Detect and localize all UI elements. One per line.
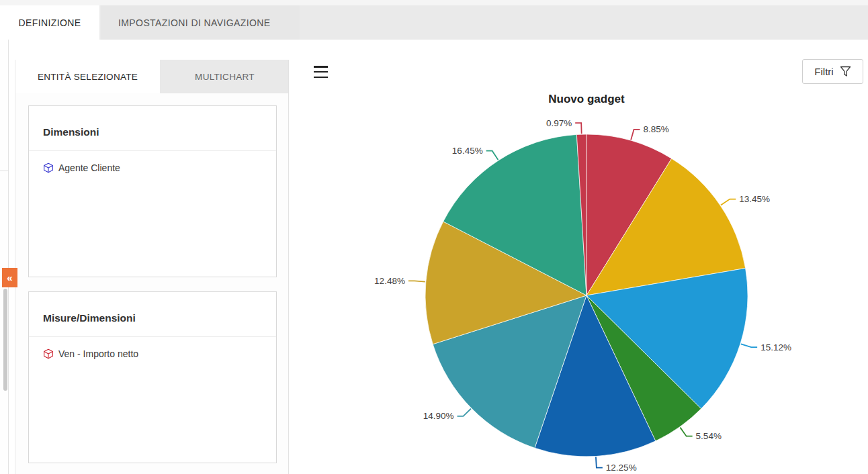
tab-multichart-label: MULTICHART [195,72,255,82]
pie-label-2: 15.12% [761,342,791,352]
tab-entita-label: ENTITÀ SELEZIONATE [38,72,138,82]
list-item-label: Agente Cliente [58,162,120,173]
tab-entita-selezionate[interactable]: ENTITÀ SELEZIONATE [15,60,160,93]
measures-box-title: Misure/Dimensioni [29,292,276,337]
pie-chart: Nuovo gadget 8.85%13.45%15.12%5.54%12.25… [297,58,868,474]
vertical-scrollbar-thumb[interactable] [3,289,7,391]
dimensions-box-title: Dimensioni [29,106,276,151]
pie-label-leader-7 [486,151,498,160]
pie-label-6: 12.48% [374,276,405,286]
tab-definizione[interactable]: DEFINIZIONE [0,5,99,40]
pie-label-leader-0 [631,130,640,140]
list-item-label: Ven - Importo netto [58,348,138,359]
pie-label-leader-3 [680,428,692,436]
cube-icon [43,348,54,359]
pie-label-3: 5.54% [696,431,722,441]
strip-divider [0,171,9,171]
chevron-double-left-icon: « [7,272,12,283]
pie-chart-canvas: 8.85%13.45%15.12%5.54%12.25%14.90%12.48%… [297,58,868,474]
tab-multichart[interactable]: MULTICHART [160,60,290,93]
sidebar: ENTITÀ SELEZIONATE MULTICHART Dimensioni… [15,60,289,474]
pie-label-leader-4 [596,457,603,468]
page: DEFINIZIONE IMPOSTAZIONI DI NAVIGAZIONE … [0,0,868,474]
top-strip [0,0,868,5]
pie-label-leader-5 [458,409,471,416]
pie-label-leader-1 [721,199,736,205]
pie-label-leader-6 [408,281,425,281]
cube-icon [43,162,54,173]
pie-label-leader-2 [741,344,757,347]
sidebar-tabbar: ENTITÀ SELEZIONATE MULTICHART [15,60,288,93]
pie-label-5: 14.90% [423,411,454,421]
measures-box: Misure/Dimensioni Ven - Importo netto [28,291,277,463]
dimensions-box: Dimensioni Agente Cliente [28,105,277,277]
pie-label-leader-8 [575,123,581,134]
top-tabbar: DEFINIZIONE IMPOSTAZIONI DI NAVIGAZIONE [0,5,868,40]
pie-label-7: 16.45% [452,146,483,156]
pie-label-4: 12.25% [606,463,637,473]
main-content: Filtri Nuovo gadget 8.85%13.45%15.12%5.5… [290,40,868,474]
pie-label-1: 13.45% [739,194,770,204]
collapsed-panel-strip [0,40,9,474]
tab-impostazioni-label: IMPOSTAZIONI DI NAVIGAZIONE [118,17,271,28]
tab-impostazioni-navigazione[interactable]: IMPOSTAZIONI DI NAVIGAZIONE [101,5,300,40]
list-item-agente-cliente[interactable]: Agente Cliente [29,151,276,173]
list-item-ven-importo-netto[interactable]: Ven - Importo netto [29,337,276,359]
collapse-panel-button[interactable]: « [2,268,17,287]
tab-definizione-label: DEFINIZIONE [18,17,81,28]
pie-label-0: 8.85% [644,124,669,134]
pie-label-8: 0.97% [546,118,572,128]
